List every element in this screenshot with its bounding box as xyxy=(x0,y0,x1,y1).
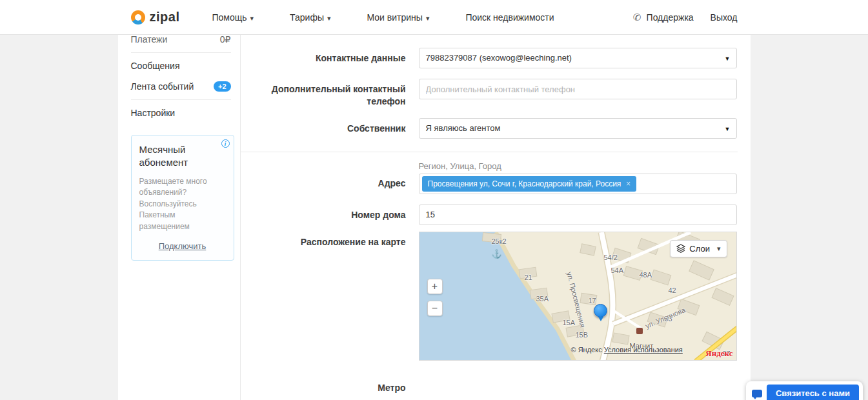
address-hint: Регион, Улица, Город xyxy=(419,161,737,171)
payments-label: Платежи xyxy=(131,35,168,45)
nav-property-search[interactable]: Поиск недвижимости xyxy=(465,12,554,23)
sidebar-item-feed[interactable]: Лента событий +2 xyxy=(131,76,231,97)
logo-text: zipal xyxy=(150,10,180,25)
house-number-label: Номер дома xyxy=(241,205,419,225)
sidebar-item-payments[interactable]: Платежи 0₽ xyxy=(131,35,231,50)
zoom-out-button[interactable]: − xyxy=(427,301,443,316)
store-icon xyxy=(636,328,643,334)
sidebar-divider xyxy=(131,52,231,53)
map-attribution: © Яндекс Условия использования xyxy=(571,346,683,354)
sidebar-divider xyxy=(131,99,231,100)
owner-select[interactable]: Я являюсь агентом ▼ xyxy=(419,118,737,139)
nav-help[interactable]: Помощь xyxy=(212,12,254,23)
promo-title: Месячный абонемент xyxy=(139,143,197,168)
layers-button[interactable]: Слои xyxy=(670,240,727,257)
pier-icon: ⚓ xyxy=(492,249,502,259)
address-tag: Просвещения ул, Сочи г, Краснодарский кр… xyxy=(422,176,637,192)
contact-data-value: 79882379087 (sexowog@leeching.net) xyxy=(426,53,572,63)
house-number-input[interactable] xyxy=(419,205,737,225)
feed-label: Лента событий xyxy=(131,81,194,92)
promo-body: Размещаете много объявлений? Воспользуйт… xyxy=(139,176,226,232)
subscription-promo-card: i Месячный абонемент Размещаете много об… xyxy=(131,135,234,261)
top-navigation-bar: zipal Помощь Тарифы Мои витрины Поиск не… xyxy=(0,0,868,35)
map-copyright: © Яндекс xyxy=(571,346,602,354)
layers-icon xyxy=(676,244,685,253)
terms-of-use-link[interactable]: Условия использования xyxy=(604,346,683,354)
sidebar-item-settings[interactable]: Настройки xyxy=(131,103,231,123)
address-tag-text: Просвещения ул, Сочи г, Краснодарский кр… xyxy=(428,179,621,188)
phone-icon: ✆ xyxy=(633,12,641,23)
nav-showcases-label: Мои витрины xyxy=(367,12,423,23)
messages-label: Сообщения xyxy=(131,61,180,71)
support-link[interactable]: Поддержка xyxy=(647,12,694,23)
info-icon[interactable]: i xyxy=(221,139,230,148)
settings-label: Настройки xyxy=(131,108,176,118)
map-house-label: 15А xyxy=(563,319,576,326)
map-house-label: 54/2 xyxy=(604,254,618,261)
payments-value: 0₽ xyxy=(220,35,231,45)
nav-help-label: Помощь xyxy=(212,12,247,23)
feed-badge: +2 xyxy=(214,81,231,92)
zipal-logo-icon xyxy=(131,10,145,25)
listing-form: Контактные данные 79882379087 (sexowog@l… xyxy=(241,35,751,400)
map-placemark[interactable] xyxy=(594,304,607,317)
extra-phone-label: Дополнительный контактный телефон xyxy=(241,79,419,108)
main-nav: Помощь Тарифы Мои витрины Поиск недвижим… xyxy=(212,12,614,23)
yandex-map[interactable]: ⚓ 25к2 54/2 54А 48А 21 42 35А 17 33 15А … xyxy=(419,232,737,361)
layers-label: Слои xyxy=(689,244,710,254)
nav-tariffs-label: Тарифы xyxy=(290,12,324,23)
map-house-label: 35А xyxy=(536,295,549,303)
zoom-in-button[interactable]: + xyxy=(427,279,443,294)
extra-phone-row: Дополнительный контактный телефон xyxy=(241,79,738,108)
owner-row: Собственник Я являюсь агентом ▼ xyxy=(241,118,738,139)
metro-label: Метро xyxy=(241,377,419,394)
map-house-label: 42 xyxy=(669,286,676,294)
contact-us-button[interactable]: Связитесь с нами xyxy=(767,385,859,400)
logout-link[interactable]: Выход xyxy=(711,12,738,23)
house-number-row: Номер дома xyxy=(241,205,738,225)
contact-data-select[interactable]: 79882379087 (sexowog@leeching.net) ▼ xyxy=(419,48,737,68)
map-row: Расположение на карте xyxy=(241,232,738,361)
contact-data-row: Контактные данные 79882379087 (sexowog@l… xyxy=(241,48,738,68)
map-house-label: 25к2 xyxy=(492,237,507,245)
map-house-label: 21 xyxy=(525,274,532,281)
contact-data-label: Контактные данные xyxy=(241,48,419,68)
nav-property-search-label: Поиск недвижимости xyxy=(465,12,554,23)
chevron-down-icon: ▼ xyxy=(725,48,731,68)
sidebar-item-messages[interactable]: Сообщения xyxy=(131,55,231,76)
yandex-brand-logo[interactable]: Яндекс xyxy=(705,348,732,359)
nav-tariffs[interactable]: Тарифы xyxy=(290,12,330,23)
remove-tag-icon[interactable]: × xyxy=(626,179,631,188)
section-divider xyxy=(241,152,738,152)
map-house-label: 15В xyxy=(576,331,589,339)
metro-row: Метро xyxy=(241,377,738,394)
chat-bubble-icon xyxy=(752,390,762,397)
logo[interactable]: zipal xyxy=(131,10,180,25)
map-house-label: 48А xyxy=(640,271,652,279)
map-house-label: 17 xyxy=(589,297,596,305)
map-house-label: 54А xyxy=(611,266,624,274)
address-tag-input[interactable]: Просвещения ул, Сочи г, Краснодарский кр… xyxy=(419,174,737,194)
owner-value: Я являюсь агентом xyxy=(426,123,501,133)
content-area: Платежи 0₽ Сообщения Лента событий +2 На… xyxy=(118,35,751,400)
address-label: Адрес xyxy=(241,161,419,194)
chevron-down-icon: ▼ xyxy=(725,119,731,139)
extra-phone-input[interactable] xyxy=(419,79,737,99)
chat-widget: Связитесь с нами xyxy=(746,381,863,400)
address-row: Адрес Регион, Улица, Город Просвещения у… xyxy=(241,161,738,194)
promo-connect-link[interactable]: Подключить xyxy=(139,241,226,251)
nav-showcases[interactable]: Мои витрины xyxy=(367,12,430,23)
owner-label: Собственник xyxy=(241,118,419,139)
map-location-label: Расположение на карте xyxy=(241,232,419,361)
sidebar: Платежи 0₽ Сообщения Лента событий +2 На… xyxy=(118,35,241,400)
